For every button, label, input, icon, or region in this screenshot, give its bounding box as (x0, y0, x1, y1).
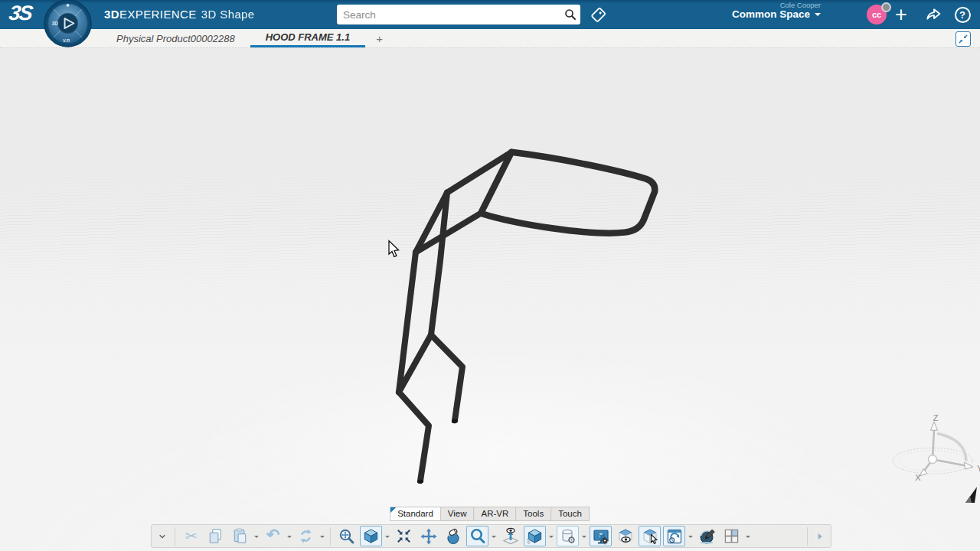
ribbon-tab-touch[interactable]: Touch (550, 507, 590, 521)
mouse-cursor (389, 241, 399, 257)
hood-frame-model (399, 152, 655, 481)
share-button[interactable] (922, 3, 945, 26)
update-icon (297, 527, 315, 545)
y-axis-label: Y (977, 464, 980, 473)
rotate-icon (444, 527, 462, 546)
action-toolbar: ✂ ↶ (151, 524, 831, 548)
paste-button[interactable] (229, 526, 251, 546)
add-content-button[interactable]: + (890, 3, 913, 26)
y-axis-arrow (965, 462, 974, 469)
3d-viewport[interactable]: Z Y X Standard View AR-VR Tools Touch (0, 47, 980, 551)
axis-triad[interactable]: Z Y X (893, 413, 980, 482)
pan-icon (420, 527, 438, 546)
copy-button[interactable] (204, 526, 227, 546)
collapse-arrows-icon (957, 33, 969, 45)
zoom-button[interactable] (466, 526, 488, 546)
center-arrows-icon (395, 527, 413, 545)
more-tools-button[interactable] (812, 526, 828, 546)
toolbar-separator (807, 527, 808, 546)
z-axis-arrow (931, 422, 938, 430)
ribbon-tab-standard[interactable]: Standard (390, 507, 441, 521)
shading-cube-icon (526, 527, 544, 545)
data-filtering-button[interactable] (557, 526, 579, 546)
space-name: Common Space (732, 9, 810, 21)
work-on-latest-dropdown-arrow[interactable] (688, 536, 693, 540)
search-box (337, 5, 580, 24)
user-avatar[interactable]: cc (867, 5, 890, 26)
corner-wedge (965, 487, 977, 503)
x-axis-label: X (915, 473, 921, 482)
help-button[interactable]: ? (951, 3, 974, 26)
cube-cursor-icon (641, 527, 659, 546)
toolbar-options-button[interactable] (155, 526, 170, 546)
ribbon-tab-view[interactable]: View (440, 507, 475, 521)
quad-grid-icon (723, 527, 740, 545)
sketch-button[interactable] (696, 526, 718, 546)
zoom-icon (469, 527, 487, 546)
tag-icon[interactable] (588, 4, 609, 25)
quad-view-dropdown-arrow[interactable] (746, 536, 750, 540)
app-title-appname: 3D Shape (201, 8, 255, 21)
3dexperience-window: 3S 3DEXPERIENCE3D Shape Cole Cooper Comm… (0, 0, 980, 551)
user-space-selector[interactable]: Cole Cooper Common Space (732, 2, 821, 21)
iso-cube-icon (362, 527, 380, 545)
fit-all-in-button[interactable] (335, 526, 358, 546)
paste-icon (231, 527, 249, 545)
shading-dropdown-arrow[interactable] (549, 536, 554, 540)
cube-eye-icon (616, 527, 635, 546)
undo-icon: ↶ (266, 527, 280, 543)
display-performance-button[interactable] (590, 526, 612, 546)
cut-button[interactable]: ✂ (180, 526, 202, 546)
rotate-button[interactable] (442, 526, 464, 546)
shading-button[interactable] (524, 526, 546, 546)
cut-icon: ✂ (185, 527, 198, 545)
search-input[interactable] (337, 9, 560, 21)
update-button[interactable] (295, 526, 317, 546)
chevron-down-icon (156, 530, 168, 543)
tab-physical-product[interactable]: Physical Product00002288 (101, 29, 250, 47)
app-title-brand: 3D (104, 8, 119, 21)
work-on-latest-button[interactable] (663, 526, 685, 546)
quad-view-button[interactable] (720, 526, 743, 546)
data-filtering-dropdown-arrow[interactable] (582, 536, 586, 540)
hide-show-button[interactable] (614, 526, 636, 546)
normal-view-icon (501, 527, 520, 546)
z-axis-label: Z (933, 413, 939, 422)
database-gear-icon (559, 527, 577, 546)
copy-icon (207, 527, 224, 545)
add-tab-button[interactable]: + (365, 29, 394, 47)
toolbar-separator (175, 527, 175, 546)
zoom-dropdown-arrow[interactable] (492, 536, 496, 540)
screen-cube-gear-icon (592, 527, 610, 546)
update-dropdown-arrow[interactable] (320, 536, 325, 540)
undo-button[interactable]: ↶ (262, 526, 284, 546)
search-icon[interactable] (560, 5, 580, 24)
zoom-fit-icon (338, 527, 356, 546)
pan-button[interactable] (417, 526, 439, 546)
app-title: 3DEXPERIENCE3D Shape (104, 8, 255, 21)
app-title-brand2: EXPERIENCE (119, 8, 197, 21)
help-icon: ? (955, 7, 971, 23)
sphere-pencil-icon (698, 527, 717, 546)
iso-view-dropdown-arrow[interactable] (385, 536, 390, 540)
paste-dropdown-arrow[interactable] (254, 536, 259, 540)
ribbon-tab-ar-vr[interactable]: AR-VR (474, 507, 517, 521)
top-loop (481, 152, 655, 233)
collapse-window-button[interactable] (956, 31, 971, 47)
tab-hood-frame[interactable]: HOOD FRAME 1.1 (250, 29, 366, 47)
clock-refresh-icon (665, 527, 684, 546)
compass-3d-label: 3D (52, 21, 59, 26)
iso-view-button[interactable] (360, 526, 382, 546)
3d-compass[interactable]: 3D V.R (44, 0, 92, 47)
share-icon (924, 5, 942, 24)
toolbar-separator (330, 527, 331, 546)
ribbon-tab-tools[interactable]: Tools (515, 507, 551, 521)
normal-view-button[interactable] (499, 526, 521, 546)
document-tab-bar: Physical Product00002288 HOOD FRAME 1.1 … (0, 29, 980, 47)
center-all-button[interactable] (393, 526, 415, 546)
select-visualize-button[interactable] (639, 526, 661, 546)
more-arrow-icon (815, 531, 825, 542)
undo-dropdown-arrow[interactable] (287, 536, 292, 540)
3ds-logo[interactable]: 3S (8, 2, 33, 25)
top-header-bar: 3S 3DEXPERIENCE3D Shape Cole Cooper Comm… (0, 0, 980, 29)
